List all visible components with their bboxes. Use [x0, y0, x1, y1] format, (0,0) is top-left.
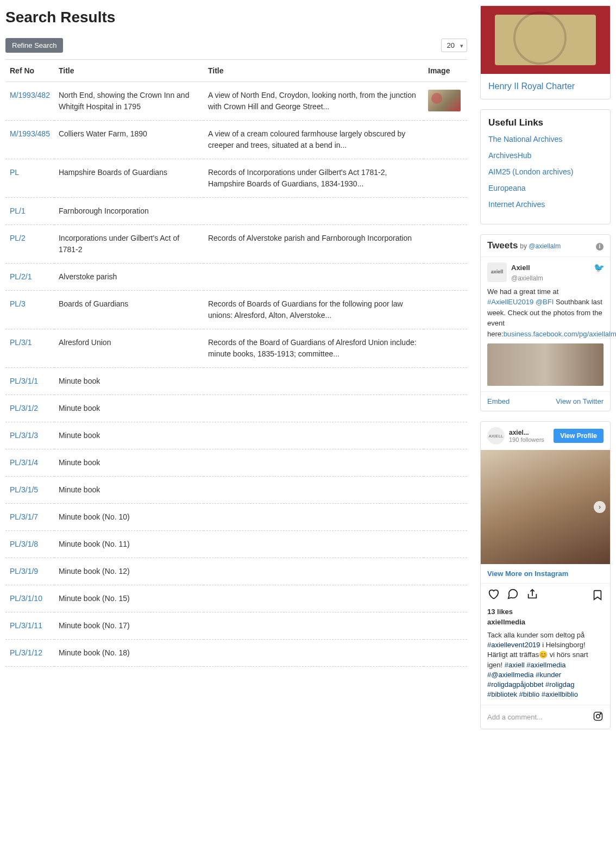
column-header[interactable]: Title — [54, 60, 204, 82]
ref-link[interactable]: PL/1 — [10, 207, 26, 215]
ref-link[interactable]: PL/3/1/3 — [10, 431, 38, 440]
image-cell — [424, 504, 467, 531]
ref-link[interactable]: PL/3/1/4 — [10, 458, 38, 467]
title-cell: Minute book (No. 17) — [54, 612, 204, 640]
tweet-handle[interactable]: @axiellalm — [511, 273, 543, 283]
ref-link[interactable]: PL/3/1/7 — [10, 512, 38, 521]
ref-link[interactable]: PL/3/1/9 — [10, 567, 38, 575]
table-row: PLHampshire Boards of GuardiansRecords o… — [5, 159, 467, 198]
charter-link[interactable]: Henry II Royal Charter — [481, 74, 610, 99]
page-title: Search Results — [5, 9, 467, 26]
info-icon[interactable]: i — [596, 243, 604, 251]
useful-links-title: Useful Links — [488, 117, 602, 128]
title-cell: Hampshire Boards of Guardians — [54, 159, 204, 198]
useful-link[interactable]: ArchivesHub — [488, 151, 602, 160]
heart-icon[interactable] — [487, 588, 499, 603]
image-cell — [424, 531, 467, 558]
title-cell: Minute book (No. 18) — [54, 640, 204, 667]
image-cell — [424, 422, 467, 449]
useful-link[interactable]: The National Archives — [488, 135, 602, 143]
column-header[interactable]: Ref No — [5, 60, 54, 82]
tweet-mention[interactable]: @BFI — [536, 298, 554, 306]
tweet-avatar: axiell — [487, 262, 507, 282]
useful-link[interactable]: Internet Archives — [488, 200, 602, 209]
ig-hashtag[interactable]: #axiellevent2019 — [487, 641, 540, 649]
ig-photo[interactable]: › — [481, 450, 610, 564]
useful-link[interactable]: AIM25 (London archives) — [488, 167, 602, 176]
title-cell: North End, showing the Crown Inn and Whi… — [54, 82, 204, 121]
tweets-title: Tweets — [487, 240, 518, 251]
image-cell — [424, 477, 467, 504]
charter-image — [481, 6, 610, 74]
tweets-by-handle[interactable]: @axiellalm — [529, 242, 561, 250]
image-cell — [424, 225, 467, 264]
instagram-icon[interactable] — [593, 711, 604, 723]
column-header[interactable]: Title — [204, 60, 424, 82]
ref-link[interactable]: M/1993/482 — [10, 91, 50, 99]
tweet-link[interactable]: business.facebook.com/pg/axiellalm/p… — [504, 330, 616, 338]
ig-view-more-link[interactable]: View More on Instagram — [481, 564, 610, 584]
ref-link[interactable]: PL/3/1/1 — [10, 377, 38, 385]
tweet-photo[interactable] — [487, 343, 604, 386]
ref-link[interactable]: PL/3/1/10 — [10, 594, 42, 603]
desc-cell — [204, 477, 424, 504]
title-cell: Minute book — [54, 477, 204, 504]
title-cell: Minute book — [54, 449, 204, 477]
title-cell: Incorporations under Gilbert's Act of 17… — [54, 225, 204, 264]
table-row: PL/3/1/5Minute book — [5, 477, 467, 504]
refine-search-button[interactable]: Refine Search — [5, 38, 63, 53]
thumbnail[interactable] — [428, 90, 461, 111]
title-cell: Boards of Guardians — [54, 291, 204, 329]
ref-link[interactable]: PL/3/1/12 — [10, 648, 42, 657]
useful-link[interactable]: Europeana — [488, 184, 602, 192]
ref-link[interactable]: PL/3/1/2 — [10, 404, 38, 412]
column-header[interactable]: Image — [424, 60, 467, 82]
ref-link[interactable]: PL/3/1/11 — [10, 621, 42, 630]
table-row: PL/3/1/12Minute book (No. 18) — [5, 640, 467, 667]
ref-link[interactable]: PL — [10, 168, 19, 177]
page-size-select[interactable]: 20 — [441, 39, 467, 52]
image-cell — [424, 585, 467, 612]
ig-caption: Tack alla kunder som deltog på #axiellev… — [481, 630, 610, 705]
desc-cell: Records of Alverstoke parish and Farnbor… — [204, 225, 424, 264]
tweet-hashtag[interactable]: #AxiellEU2019 — [487, 298, 533, 306]
image-cell — [424, 291, 467, 329]
view-profile-button[interactable]: View Profile — [554, 429, 604, 443]
results-table: Ref NoTitleTitleImage M/1993/482North En… — [5, 59, 467, 667]
desc-cell — [204, 449, 424, 477]
table-row: PL/2/1Alverstoke parish — [5, 264, 467, 291]
twitter-bird-icon: 🐦 — [594, 261, 605, 274]
useful-links-panel: Useful Links The National ArchivesArchiv… — [480, 109, 611, 224]
table-row: PL/3/1/10Minute book (No. 15) — [5, 585, 467, 612]
desc-cell: Records of Incorporations under Gilbert'… — [204, 159, 424, 198]
title-cell: Minute book (No. 15) — [54, 585, 204, 612]
ig-likes[interactable]: 13 likes — [481, 608, 610, 618]
ref-link[interactable]: PL/3/1/8 — [10, 540, 38, 548]
comment-icon[interactable] — [507, 588, 519, 603]
ig-add-comment[interactable]: Add a comment... — [487, 713, 543, 721]
ig-user[interactable]: axiellmedia — [481, 618, 610, 630]
table-row: PL/3/1/1Minute book — [5, 368, 467, 395]
image-cell — [424, 558, 467, 585]
ref-link[interactable]: PL/3 — [10, 299, 26, 308]
image-cell — [424, 640, 467, 667]
desc-cell: A view of North End, Croydon, looking no… — [204, 82, 424, 121]
desc-cell — [204, 395, 424, 422]
next-arrow-icon[interactable]: › — [594, 501, 606, 513]
table-row: PL/3/1/3Minute book — [5, 422, 467, 449]
share-icon[interactable] — [526, 588, 538, 603]
table-row: PL/3/1/9Minute book (No. 12) — [5, 558, 467, 585]
desc-cell — [204, 198, 424, 225]
bookmark-icon[interactable] — [592, 589, 604, 603]
svg-point-1 — [596, 715, 600, 718]
ref-link[interactable]: M/1993/485 — [10, 129, 50, 138]
desc-cell: A view of a cream coloured farmhouse lar… — [204, 121, 424, 159]
ref-link[interactable]: PL/2 — [10, 234, 26, 242]
ref-link[interactable]: PL/3/1/5 — [10, 485, 38, 494]
ig-name[interactable]: axiel... — [509, 429, 544, 436]
tweet-view-link[interactable]: View on Twitter — [556, 397, 604, 405]
ref-link[interactable]: PL/2/1 — [10, 272, 32, 281]
tweet-embed-link[interactable]: Embed — [487, 397, 510, 405]
ref-link[interactable]: PL/3/1 — [10, 338, 32, 347]
instagram-panel: AXIELL axiel... 190 followers View Profi… — [480, 421, 611, 729]
